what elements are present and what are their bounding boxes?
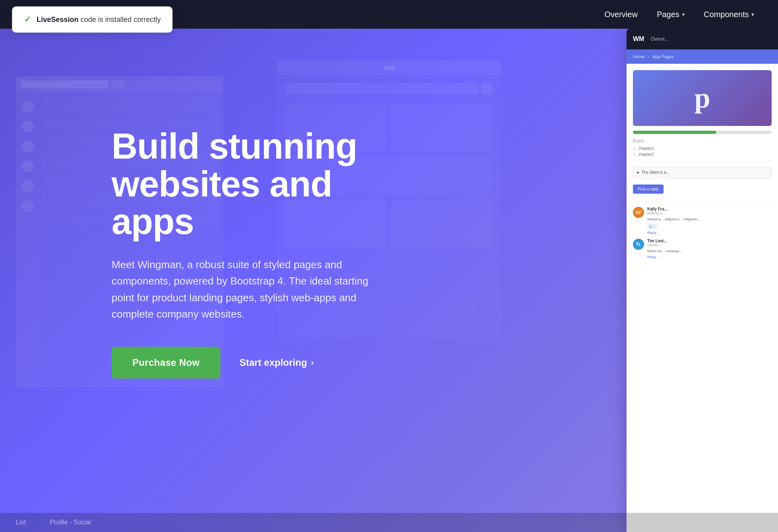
- nav-links: Overview Pages ▾ Components ▾: [605, 10, 754, 19]
- rp-checkmarks: ✓ chapter1 ✓ chapter2: [633, 146, 772, 157]
- right-panel: WM Overvi... Home › App Pages p Brand...…: [627, 29, 778, 532]
- rp-divider-2: [633, 202, 772, 202]
- toast-check-icon: ✓: [24, 14, 31, 25]
- rp-post-reply-button[interactable]: Post a reply: [633, 185, 664, 194]
- breadcrumb-page: App Pages: [652, 54, 674, 59]
- hero-subtitle: Meet Wingman, a robust suite of styled p…: [112, 257, 383, 323]
- toast-brand: LiveSession: [37, 16, 79, 24]
- rp-check-item-2: ✓ chapter2: [633, 152, 772, 157]
- rp-commenter-name-2: Tim Lest...: [647, 239, 772, 243]
- rp-progress-fill: [633, 131, 716, 134]
- rp-tag-1: p...: [647, 224, 657, 229]
- rp-user-comment-2: TL Tim Lest... interfer... Nemo en... co…: [633, 239, 772, 259]
- check-label-1: chapter1: [639, 146, 654, 151]
- right-panel-nav-text: Overvi...: [650, 36, 668, 42]
- pages-chevron-icon: ▾: [682, 11, 685, 18]
- right-panel-navbar: WM Overvi...: [627, 29, 778, 49]
- bg-number: 6: [466, 294, 477, 316]
- sidebar-icon-4: [22, 160, 34, 172]
- breadcrumb-separator: ›: [648, 54, 649, 59]
- sidebar-icon-6: [22, 200, 34, 212]
- rp-feature-image: p: [633, 70, 772, 126]
- components-chevron-icon: ▾: [751, 11, 754, 18]
- toast-message: code is installed correctly: [81, 16, 161, 24]
- rp-reply-link-2[interactable]: Reply: [647, 255, 772, 259]
- start-exploring-label: Start exploring: [240, 357, 307, 368]
- rp-comment-content-2: Tim Lest... interfer... Nemo en... conse…: [647, 239, 772, 259]
- rp-comment-body-1: Neque p... adipisci v... magnam...: [647, 217, 772, 222]
- nav-link-components-label: Components: [704, 10, 749, 19]
- rp-user-comment-1: KF Kally Fra... Making a... Neque p... a…: [633, 207, 772, 235]
- rp-image-letter: p: [694, 82, 710, 115]
- breadcrumb-home: Home: [633, 54, 644, 59]
- sidebar-icon-2: [22, 120, 34, 132]
- toast-notification: ✓ LiveSession code is installed correctl…: [12, 6, 173, 33]
- rp-progress-label: Brand...: [633, 139, 772, 143]
- rp-check-item-1: ✓ chapter1: [633, 146, 772, 151]
- sidebar-icon-3: [22, 140, 34, 152]
- bottom-label-list: List: [16, 519, 26, 526]
- explore-chevron-icon: ›: [311, 358, 314, 367]
- purchase-now-button[interactable]: Purchase Now: [112, 347, 220, 379]
- rp-commenter-sub-2: interfer...: [647, 243, 772, 247]
- hero-buttons: Purchase Now Start exploring ›: [112, 347, 415, 379]
- toast-text: LiveSession code is installed correctly: [37, 16, 161, 24]
- rp-comment-body-2: Nemo en... consequ...: [647, 249, 772, 254]
- check-label-2: chapter2: [639, 152, 654, 157]
- hero-title: Build stunning websites and apps: [112, 128, 415, 241]
- right-panel-body: p Brand... ✓ chapter1 ✓ chapter2 ► The c…: [627, 64, 778, 269]
- hero-section: wM 6 WM Overvi...: [0, 0, 778, 532]
- nav-link-overview-label: Overview: [605, 10, 638, 19]
- hero-content: Build stunning websites and apps Meet Wi…: [112, 128, 415, 379]
- start-exploring-button[interactable]: Start exploring ›: [240, 357, 314, 368]
- rp-divider-1: [633, 161, 772, 162]
- nav-link-overview[interactable]: Overview: [605, 10, 638, 19]
- sidebar-icon-5: [22, 180, 34, 192]
- check-icon-2: ✓: [633, 152, 636, 157]
- nav-link-components[interactable]: Components ▾: [704, 10, 754, 19]
- rp-avatar-2: TL: [633, 239, 644, 250]
- sidebar-icon-1: [22, 100, 34, 112]
- rp-reply-link-1[interactable]: Reply: [647, 231, 772, 235]
- rp-comment-preview: ► The client is a...: [637, 170, 768, 175]
- nav-link-pages-label: Pages: [657, 10, 680, 19]
- bottom-labels: List Profile - Social: [0, 513, 778, 532]
- rp-comment-box: ► The client is a...: [633, 167, 772, 178]
- rp-commenter-name-1: Kally Fra...: [647, 207, 772, 211]
- rp-commenter-sub-1: Making a...: [647, 211, 772, 215]
- rp-progress-bar: [633, 131, 772, 134]
- check-icon-1: ✓: [633, 146, 636, 151]
- bottom-label-profile: Profile - Social: [50, 519, 91, 526]
- rp-avatar-1: KF: [633, 207, 644, 218]
- right-panel-breadcrumb: Home › App Pages: [627, 49, 778, 64]
- right-panel-logo: WM: [633, 35, 644, 43]
- nav-link-pages[interactable]: Pages ▾: [657, 10, 685, 19]
- rp-comment-content-1: Kally Fra... Making a... Neque p... adip…: [647, 207, 772, 235]
